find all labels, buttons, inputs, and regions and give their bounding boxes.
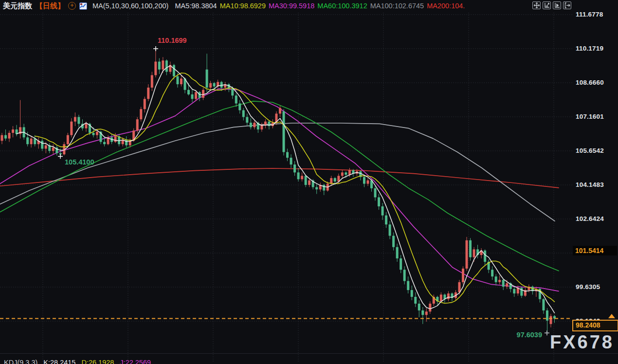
axis-play-chart-icon[interactable]: [553, 1, 561, 9]
chart-app: 美元指数 【日线】 + MA(5,10,30,60,100,200) MA5:9…: [0, 0, 618, 364]
ma-value-label: MA200:104.: [427, 2, 465, 10]
circle-plus-icon[interactable]: +: [68, 2, 76, 10]
ma-value-label: MA10:98.6929: [220, 2, 266, 10]
svg-text:105.4100: 105.4100: [65, 158, 94, 166]
instrument-title: 美元指数: [3, 1, 32, 11]
chart-thumbnail-icon[interactable]: [79, 2, 87, 10]
svg-text:110.1699: 110.1699: [158, 36, 187, 44]
ma-value-label: MA5:98.3804: [175, 2, 217, 10]
y-axis-label: 99.6305: [576, 283, 600, 291]
y-axis-label: 110.1719: [576, 45, 603, 52]
chart-toolbar: [532, 1, 571, 9]
y-axis-label: 105.6542: [576, 147, 604, 154]
chart-header: 美元指数 【日线】 + MA(5,10,30,60,100,200) MA5:9…: [3, 0, 465, 12]
axis-up-chart-icon[interactable]: [543, 1, 551, 9]
ma-settings-label[interactable]: MA(5,10,30,60,100,200): [92, 2, 168, 10]
mid-price-label: 101.5414: [573, 246, 617, 255]
exit-right-icon[interactable]: [563, 1, 571, 9]
y-axis-label: 108.6660: [576, 79, 604, 86]
price-arrow-icon: [608, 314, 615, 318]
svg-text:97.6039: 97.6039: [517, 331, 542, 339]
ma-value-label: MA60:100.3912: [317, 2, 367, 10]
last-price-label: 98.2408: [572, 320, 618, 331]
ma-values: MA5:98.3804MA10:98.6929MA30:99.5918MA60:…: [172, 1, 465, 10]
move-icon[interactable]: [532, 1, 541, 9]
timeframe-label[interactable]: 【日线】: [36, 1, 65, 11]
y-axis-label: 107.1601: [576, 113, 604, 120]
y-axis-label: 111.6778: [576, 11, 603, 18]
y-axis-label: 102.6424: [576, 215, 604, 222]
candlestick-chart[interactable]: 110.1699105.410097.6039: [0, 0, 618, 364]
ma-value-label: MA100:102.6745: [370, 2, 424, 10]
watermark: FX678: [550, 332, 614, 353]
y-axis-label: 104.1483: [576, 181, 604, 188]
ma-value-label: MA30:99.5918: [269, 2, 314, 10]
